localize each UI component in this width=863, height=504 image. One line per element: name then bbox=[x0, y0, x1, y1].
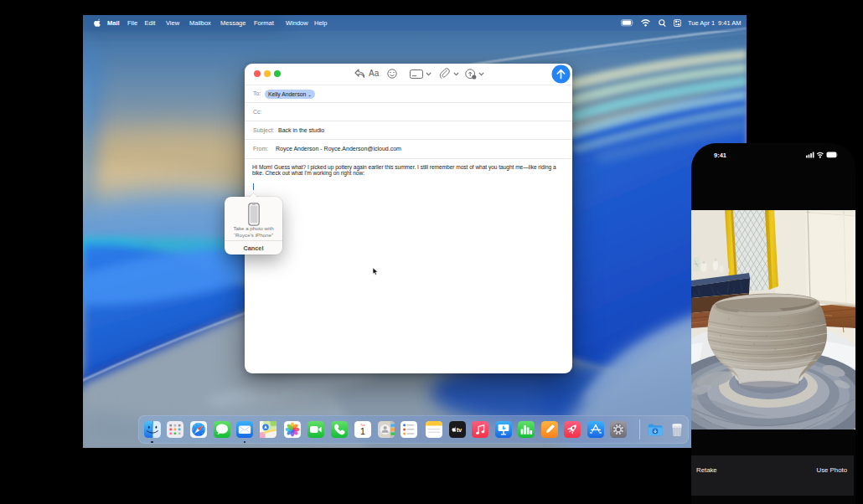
svg-text:1: 1 bbox=[360, 426, 365, 436]
svg-text:tv: tv bbox=[457, 427, 462, 433]
